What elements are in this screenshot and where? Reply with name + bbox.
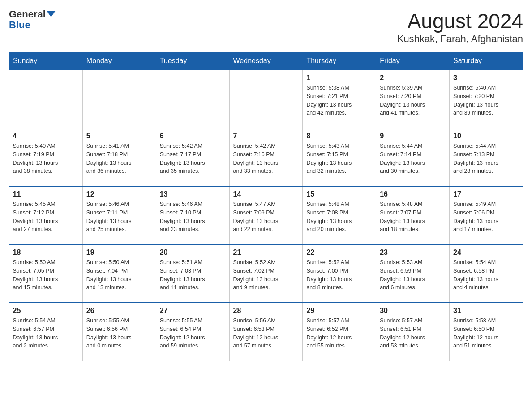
- calendar-cell: 31Sunrise: 5:58 AM Sunset: 6:50 PM Dayli…: [450, 303, 523, 361]
- calendar-cell: 17Sunrise: 5:49 AM Sunset: 7:06 PM Dayli…: [450, 186, 523, 244]
- day-info: Sunrise: 5:52 AM Sunset: 7:02 PM Dayligh…: [233, 258, 299, 292]
- day-number: 2: [380, 74, 446, 82]
- day-number: 23: [380, 248, 446, 257]
- day-info: Sunrise: 5:56 AM Sunset: 6:53 PM Dayligh…: [233, 317, 299, 350]
- page-header: General Blue August 2024 Kushkak, Farah,…: [9, 9, 523, 45]
- page-title: August 2024: [397, 9, 523, 33]
- calendar-cell: 7Sunrise: 5:42 AM Sunset: 7:16 PM Daylig…: [229, 128, 303, 186]
- page-subtitle: Kushkak, Farah, Afghanistan: [397, 33, 523, 45]
- day-info: Sunrise: 5:49 AM Sunset: 7:06 PM Dayligh…: [453, 200, 519, 234]
- day-number: 21: [233, 248, 299, 257]
- day-info: Sunrise: 5:53 AM Sunset: 6:59 PM Dayligh…: [380, 258, 446, 292]
- day-number: 17: [453, 190, 519, 198]
- calendar-cell: 10Sunrise: 5:44 AM Sunset: 7:13 PM Dayli…: [450, 128, 523, 186]
- calendar-cell: 19Sunrise: 5:50 AM Sunset: 7:04 PM Dayli…: [82, 244, 156, 303]
- day-info: Sunrise: 5:44 AM Sunset: 7:14 PM Dayligh…: [380, 142, 446, 176]
- day-info: Sunrise: 5:48 AM Sunset: 7:08 PM Dayligh…: [306, 200, 372, 234]
- calendar-cell: 1Sunrise: 5:38 AM Sunset: 7:21 PM Daylig…: [303, 70, 376, 128]
- calendar-cell: 22Sunrise: 5:52 AM Sunset: 7:00 PM Dayli…: [303, 244, 376, 303]
- logo-triangle-icon: [47, 11, 56, 17]
- header-monday: Monday: [82, 52, 156, 70]
- title-block: August 2024 Kushkak, Farah, Afghanistan: [397, 9, 523, 45]
- day-info: Sunrise: 5:55 AM Sunset: 6:56 PM Dayligh…: [86, 317, 152, 350]
- calendar-cell: 18Sunrise: 5:50 AM Sunset: 7:05 PM Dayli…: [9, 244, 83, 303]
- day-info: Sunrise: 5:52 AM Sunset: 7:00 PM Dayligh…: [306, 258, 372, 292]
- day-number: 6: [160, 132, 226, 140]
- day-info: Sunrise: 5:55 AM Sunset: 6:54 PM Dayligh…: [160, 317, 226, 350]
- calendar-cell: 16Sunrise: 5:48 AM Sunset: 7:07 PM Dayli…: [376, 186, 450, 244]
- week-row-2: 4Sunrise: 5:40 AM Sunset: 7:19 PM Daylig…: [9, 128, 523, 186]
- day-number: 19: [86, 248, 152, 257]
- calendar-cell: [9, 70, 83, 128]
- day-info: Sunrise: 5:46 AM Sunset: 7:10 PM Dayligh…: [160, 200, 226, 234]
- day-number: 7: [233, 132, 299, 140]
- day-number: 11: [13, 190, 79, 198]
- calendar-cell: 20Sunrise: 5:51 AM Sunset: 7:03 PM Dayli…: [156, 244, 229, 303]
- calendar-cell: 12Sunrise: 5:46 AM Sunset: 7:11 PM Dayli…: [82, 186, 156, 244]
- calendar-cell: 23Sunrise: 5:53 AM Sunset: 6:59 PM Dayli…: [376, 244, 450, 303]
- day-info: Sunrise: 5:48 AM Sunset: 7:07 PM Dayligh…: [380, 200, 446, 234]
- calendar-cell: [156, 70, 229, 128]
- day-number: 16: [380, 190, 446, 198]
- day-number: 13: [160, 190, 226, 198]
- week-row-3: 11Sunrise: 5:45 AM Sunset: 7:12 PM Dayli…: [9, 186, 523, 244]
- calendar-cell: 14Sunrise: 5:47 AM Sunset: 7:09 PM Dayli…: [229, 186, 303, 244]
- calendar-cell: 5Sunrise: 5:41 AM Sunset: 7:18 PM Daylig…: [82, 128, 156, 186]
- day-info: Sunrise: 5:57 AM Sunset: 6:52 PM Dayligh…: [306, 317, 372, 350]
- day-number: 26: [86, 307, 152, 315]
- day-info: Sunrise: 5:40 AM Sunset: 7:19 PM Dayligh…: [13, 142, 79, 176]
- day-number: 20: [160, 248, 226, 257]
- header-friday: Friday: [376, 52, 450, 70]
- day-info: Sunrise: 5:40 AM Sunset: 7:20 PM Dayligh…: [453, 84, 519, 117]
- calendar-cell: 3Sunrise: 5:40 AM Sunset: 7:20 PM Daylig…: [450, 70, 523, 128]
- header-wednesday: Wednesday: [229, 52, 303, 70]
- week-row-5: 25Sunrise: 5:54 AM Sunset: 6:57 PM Dayli…: [9, 303, 523, 361]
- calendar-cell: 30Sunrise: 5:57 AM Sunset: 6:51 PM Dayli…: [376, 303, 450, 361]
- day-number: 12: [86, 190, 152, 198]
- day-number: 1: [306, 74, 372, 82]
- header-saturday: Saturday: [450, 52, 523, 70]
- day-number: 10: [453, 132, 519, 140]
- day-info: Sunrise: 5:46 AM Sunset: 7:11 PM Dayligh…: [86, 200, 152, 234]
- calendar-cell: 27Sunrise: 5:55 AM Sunset: 6:54 PM Dayli…: [156, 303, 229, 361]
- day-info: Sunrise: 5:58 AM Sunset: 6:50 PM Dayligh…: [453, 317, 519, 350]
- day-number: 31: [453, 307, 519, 315]
- day-number: 27: [160, 307, 226, 315]
- calendar-cell: 28Sunrise: 5:56 AM Sunset: 6:53 PM Dayli…: [229, 303, 303, 361]
- calendar-cell: [229, 70, 303, 128]
- day-info: Sunrise: 5:45 AM Sunset: 7:12 PM Dayligh…: [13, 200, 79, 234]
- day-number: 3: [453, 74, 519, 82]
- header-tuesday: Tuesday: [156, 52, 229, 70]
- calendar-cell: 6Sunrise: 5:42 AM Sunset: 7:17 PM Daylig…: [156, 128, 229, 186]
- logo: General Blue: [9, 9, 56, 30]
- calendar-cell: 4Sunrise: 5:40 AM Sunset: 7:19 PM Daylig…: [9, 128, 83, 186]
- day-number: 18: [13, 248, 79, 257]
- calendar-cell: 2Sunrise: 5:39 AM Sunset: 7:20 PM Daylig…: [376, 70, 450, 128]
- calendar-table: SundayMondayTuesdayWednesdayThursdayFrid…: [9, 52, 523, 361]
- day-info: Sunrise: 5:57 AM Sunset: 6:51 PM Dayligh…: [380, 317, 446, 350]
- day-number: 22: [306, 248, 372, 257]
- calendar-cell: 11Sunrise: 5:45 AM Sunset: 7:12 PM Dayli…: [9, 186, 83, 244]
- day-info: Sunrise: 5:44 AM Sunset: 7:13 PM Dayligh…: [453, 142, 519, 176]
- logo-general-text: General: [9, 9, 46, 20]
- day-info: Sunrise: 5:50 AM Sunset: 7:04 PM Dayligh…: [86, 258, 152, 292]
- day-info: Sunrise: 5:54 AM Sunset: 6:58 PM Dayligh…: [453, 258, 519, 292]
- calendar-cell: 13Sunrise: 5:46 AM Sunset: 7:10 PM Dayli…: [156, 186, 229, 244]
- calendar-cell: 15Sunrise: 5:48 AM Sunset: 7:08 PM Dayli…: [303, 186, 376, 244]
- day-number: 8: [306, 132, 372, 140]
- day-info: Sunrise: 5:42 AM Sunset: 7:16 PM Dayligh…: [233, 142, 299, 176]
- calendar-cell: 26Sunrise: 5:55 AM Sunset: 6:56 PM Dayli…: [82, 303, 156, 361]
- day-number: 15: [306, 190, 372, 198]
- day-info: Sunrise: 5:43 AM Sunset: 7:15 PM Dayligh…: [306, 142, 372, 176]
- day-info: Sunrise: 5:38 AM Sunset: 7:21 PM Dayligh…: [306, 84, 372, 117]
- day-number: 5: [86, 132, 152, 140]
- calendar-header-row: SundayMondayTuesdayWednesdayThursdayFrid…: [9, 52, 523, 70]
- day-info: Sunrise: 5:39 AM Sunset: 7:20 PM Dayligh…: [380, 84, 446, 117]
- header-sunday: Sunday: [9, 52, 83, 70]
- calendar-cell: 8Sunrise: 5:43 AM Sunset: 7:15 PM Daylig…: [303, 128, 376, 186]
- calendar-cell: 29Sunrise: 5:57 AM Sunset: 6:52 PM Dayli…: [303, 303, 376, 361]
- day-number: 4: [13, 132, 79, 140]
- day-number: 25: [13, 307, 79, 315]
- day-number: 24: [453, 248, 519, 257]
- day-number: 29: [306, 307, 372, 315]
